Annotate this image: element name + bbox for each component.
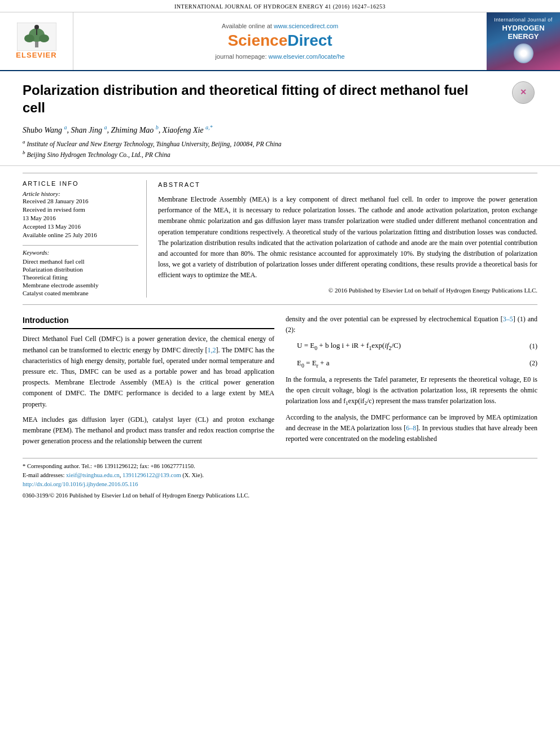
article-title: Polarization distribution and theoretica… [23, 81, 485, 116]
history-revised-date: 13 May 2016 [23, 215, 138, 221]
left-column: Introduction Direct Methanol Fuel Cell (… [23, 314, 274, 451]
hydrogen-energy-logo: International Journal of HYDROGEN ENERGY [487, 12, 560, 70]
he-subtitle: International Journal of [494, 17, 553, 24]
history-accepted: Accepted 13 May 2016 [23, 223, 138, 230]
journal-header-text: INTERNATIONAL JOURNAL OF HYDROGEN ENERGY… [174, 3, 386, 10]
ref-6-8[interactable]: 6–8 [406, 424, 416, 432]
authors-line: Shubo Wang a, Shan Jing a, Zhiming Mao b… [23, 124, 537, 135]
email-1[interactable]: xieif@tsinghua.edu.cn [66, 472, 120, 478]
equation-1-row: U = E0 + b log i + iR + f1exp(if2/C) (1) [286, 340, 537, 352]
intro-para-2: MEA includes gas diffusion layer (GDL), … [23, 414, 274, 447]
author-4: Xiaofeng Xie a,* [163, 126, 213, 134]
affiliations: a Institute of Nuclear and New Energy Te… [23, 138, 537, 160]
article-title-section: ✕ Polarization distribution and theoreti… [0, 71, 560, 166]
elsevier-logo-area: ELSEVIER [0, 12, 73, 70]
history-received: Received 28 January 2016 [23, 198, 138, 204]
email-line: E-mail addresses: xieif@tsinghua.edu.cn,… [23, 471, 537, 480]
right-para-3: According to the analysis, the DMFC perf… [286, 412, 537, 445]
svg-point-3 [24, 34, 34, 42]
author-2: Shan Jing a [71, 126, 107, 134]
article-info-title: ARTICLE INFO [23, 180, 138, 187]
article-history: Article history: Received 28 January 201… [23, 190, 138, 238]
email-2[interactable]: 13911296122@139.com [123, 472, 181, 478]
keyword-1: Direct methanol fuel cell [23, 258, 138, 265]
equation-1-number: (1) [520, 341, 537, 352]
footnotes-area: * Corresponding author. Tel.: +86 139112… [23, 458, 537, 500]
doi-link[interactable]: http://dx.doi.org/10.1016/j.ijhydene.201… [23, 481, 138, 487]
email-suffix: (X. Xie). [182, 472, 204, 478]
ref-3-5[interactable]: 3–5 [503, 315, 513, 323]
info-abstract-row: ARTICLE INFO Article history: Received 2… [23, 173, 537, 305]
keyword-3: Theoretical fitting [23, 274, 138, 281]
doi-line[interactable]: http://dx.doi.org/10.1016/j.ijhydene.201… [23, 480, 537, 489]
journal-header-bar: INTERNATIONAL JOURNAL OF HYDROGEN ENERGY… [0, 0, 560, 12]
author-3: Zhiming Mao b [111, 126, 159, 134]
email-label: E-mail addresses: [23, 472, 64, 478]
he-title-line1: HYDROGEN [502, 24, 544, 33]
abstract-text: Membrane Electrode Assembly (MEA) is a k… [158, 194, 537, 281]
keyword-4: Membrane electrode assembly [23, 282, 138, 289]
affiliation-a: a Institute of Nuclear and New Energy Te… [23, 138, 537, 149]
introduction-heading: Introduction [23, 314, 274, 329]
keywords-section: Keywords: Direct methanol fuel cell Pola… [23, 245, 138, 296]
available-online-text: Available online at www.sciencedirect.co… [222, 23, 338, 29]
history-revised-label: Received in revised form [23, 206, 138, 213]
main-content: Introduction Direct Methanol Fuel Cell (… [23, 314, 537, 451]
keyword-2: Polarization distribution [23, 266, 138, 273]
intro-para-1: Direct Methanol Fuel Cell (DMFC) is a po… [23, 334, 274, 409]
history-label: Article history: [23, 190, 138, 197]
equation-2-row: E0 = Er + a (2) [286, 357, 537, 370]
sciencedirect-center: Available online at www.sciencedirect.co… [73, 12, 487, 70]
he-globe-icon [514, 43, 533, 63]
history-online: Available online 25 July 2016 [23, 231, 138, 238]
keywords-label: Keywords: [23, 249, 138, 256]
journal-homepage-url[interactable]: www.elsevier.com/locate/he [269, 53, 345, 60]
sciencedirect-logo: ScienceDirect [228, 32, 332, 50]
ref-1-2[interactable]: 1,2 [208, 346, 216, 354]
right-para-1: density and the over potential can be ex… [286, 314, 537, 335]
publisher-header: ELSEVIER Available online at www.science… [0, 12, 560, 71]
issn-copyright: 0360-3199/© 2016 Published by Elsevier L… [23, 491, 537, 500]
keyword-5: Catalyst coated membrane [23, 290, 138, 296]
journal-homepage: journal homepage: www.elsevier.com/locat… [215, 53, 344, 60]
elsevier-label: ELSEVIER [16, 51, 56, 59]
affiliation-b: b Beijing Sino Hydrogen Technology Co., … [23, 149, 537, 160]
equation-2-content: E0 = Er + a [286, 357, 520, 370]
abstract-col: ABSTRACT Membrane Electrode Assembly (ME… [158, 180, 537, 298]
abstract-title: ABSTRACT [158, 180, 537, 190]
author-1: Shubo Wang a [23, 126, 67, 134]
crossmark-icon: ✕ [512, 81, 535, 104]
article-info-col: ARTICLE INFO Article history: Received 2… [23, 180, 147, 298]
he-title-line2: ENERGY [508, 32, 539, 41]
crossmark-badge[interactable]: ✕ [512, 81, 537, 107]
right-para-2: In the formula, a represents the Tafel p… [286, 374, 537, 408]
equation-1-content: U = E0 + b log i + iR + f1exp(if2/C) [286, 340, 520, 352]
sciencedirect-url[interactable]: www.sciencedirect.com [274, 23, 338, 29]
article-body: ARTICLE INFO Article history: Received 2… [0, 166, 560, 506]
corresponding-author-note: * Corresponding author. Tel.: +86 139112… [23, 462, 537, 471]
svg-point-4 [39, 34, 49, 42]
svg-point-5 [34, 25, 39, 29]
abstract-copyright: © 2016 Published by Elsevier Ltd on beha… [158, 286, 537, 295]
right-column: density and the over potential can be ex… [286, 314, 537, 451]
equation-2-number: (2) [520, 358, 537, 369]
elsevier-tree-icon [17, 23, 56, 51]
